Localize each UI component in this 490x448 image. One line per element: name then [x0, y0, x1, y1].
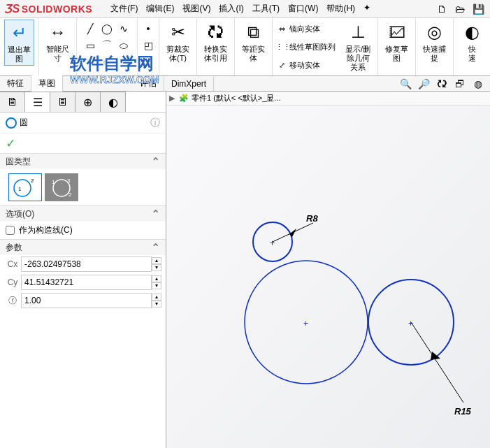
logo-icon: ƷS [4, 2, 20, 15]
dim-manager-tab[interactable]: ⊕ [75, 92, 101, 112]
construction-line-checkbox[interactable] [6, 226, 15, 235]
trim-icon: ✂ [167, 21, 189, 43]
display-manager-tab[interactable]: ◐ [101, 92, 126, 112]
section-header-type[interactable]: 圆类型 ⌃ [0, 154, 166, 169]
move-button[interactable]: ⤢移动实体 [275, 60, 336, 71]
property-manager-tab[interactable]: ☰ [25, 92, 50, 112]
param-cx-input[interactable] [21, 256, 152, 272]
ok-check-icon[interactable]: ✓ [6, 136, 16, 151]
smart-dimension-button[interactable]: ↔ 智能尺 寸 [43, 20, 72, 64]
dimension-line-r15[interactable] [411, 322, 463, 403]
menu-window[interactable]: 窗口(W) [288, 3, 318, 15]
polygon-tool-icon[interactable]: ⬡ [82, 55, 98, 70]
circle-type-options: 21 132 [8, 173, 157, 201]
ribbon-group-convert: 🗘 转换实 体引用 [197, 18, 235, 75]
menu-star-icon[interactable]: ✦ [363, 3, 370, 15]
repair-sketch-button[interactable]: 🗠 修复草 图 [382, 20, 411, 64]
param-cx-row: Cx ▴▾ [0, 255, 166, 273]
spin-down-icon[interactable]: ▾ [152, 282, 161, 289]
spin-up-icon[interactable]: ▴ [152, 257, 161, 264]
menu-help[interactable]: 帮助(H) [326, 3, 355, 15]
tab-dimxpert[interactable]: DimXpert [164, 77, 214, 91]
arc-tool-icon[interactable]: ⌒ [99, 38, 115, 53]
plane-tool-icon[interactable]: ◰ [140, 38, 156, 53]
dimension-text-r8[interactable]: R8 [306, 213, 318, 224]
quick-snap-icon: ◎ [424, 21, 446, 43]
convert-label: 转换实 体引用 [204, 45, 227, 63]
display-style-icon[interactable]: ◍ [470, 76, 486, 92]
display-delete-relations-button[interactable]: ⊥ 显示/删 除几何 关系 [343, 20, 373, 73]
circle-tool-icon[interactable]: ◯ [99, 21, 115, 36]
spin-down-icon[interactable]: ▾ [152, 301, 161, 308]
spin-up-icon[interactable]: ▴ [152, 275, 161, 282]
tab-feature[interactable]: 特征 [0, 75, 31, 92]
convert-button[interactable]: 🗘 转换实 体引用 [201, 20, 230, 64]
menu-edit[interactable]: 编辑(E) [146, 3, 174, 15]
trim-button[interactable]: ✂ 剪裁实 体(T) [164, 20, 192, 64]
param-cy-input[interactable] [21, 275, 152, 290]
center-circle-option[interactable]: 21 [8, 173, 42, 201]
param-r-input[interactable] [21, 293, 152, 308]
spin-up-icon[interactable]: ▴ [152, 294, 161, 301]
menu-file[interactable]: 文件(F) [110, 3, 138, 15]
dimension-text-r15[interactable]: R15 [454, 406, 472, 417]
spin-down-icon[interactable]: ▾ [152, 264, 161, 271]
menu-tools[interactable]: 工具(T) [252, 3, 280, 15]
rotate-icon[interactable]: 🗘 [434, 76, 449, 92]
ribbon-group-pattern: ⇔镜向实体 ⋮⋮线性草图阵列 ⤢移动实体 [273, 18, 338, 75]
param-r-row: ⓡ ▴▾ [0, 291, 166, 310]
view-toolbar: 🔍 🔎 🗘 🗗 ◍ [396, 76, 487, 92]
perimeter-circle-option[interactable]: 132 [45, 173, 78, 201]
section-header-options[interactable]: 选项(O) ⌃ [0, 206, 166, 222]
svg-text:1: 1 [18, 186, 22, 192]
line-tool-icon[interactable]: ╱ [82, 21, 98, 36]
open-doc-icon[interactable]: 🗁 [452, 1, 468, 17]
menu-insert[interactable]: 插入(I) [219, 3, 243, 15]
ribbon: ↵ 退出草 图 ↔ 智能尺 寸 ╱ ◯ ∿ ▭ ⌒ ⬭ ⬡ ⊂ A • ◰ ⌐ [0, 18, 490, 76]
property-manager: 🗎 ☰ 🗏 ⊕ ◐ 圆 ⓘ ✓ 圆类型 ⌃ 21 [0, 92, 166, 448]
ellipse-tool-icon[interactable]: ⬭ [116, 38, 131, 53]
ribbon-group-edit: • ◰ ⌐ [138, 18, 159, 75]
graphics-area[interactable]: ▶ 🧩 零件1 (默认< <默认>_显... + + + R8 R15 [166, 92, 490, 448]
arrowhead-icon [431, 352, 440, 360]
zoom-window-icon[interactable]: 🔎 [416, 76, 431, 92]
tab-evaluate[interactable]: 评估 [133, 75, 164, 92]
mirror-button[interactable]: ⇔镜向实体 [275, 24, 336, 34]
slot-tool-icon[interactable]: ⊂ [99, 55, 115, 70]
fillet-tool-icon[interactable]: ⌐ [140, 55, 156, 70]
cx-spinner: ▴▾ [152, 257, 161, 271]
save-icon[interactable]: 💾 [470, 1, 486, 17]
center-mark-icon: + [408, 319, 413, 328]
tab-sketch[interactable]: 草图 [31, 75, 63, 92]
quick-access-toolbar: 🗋 🗁 💾 [433, 1, 490, 17]
text-tool-icon[interactable]: A [116, 55, 131, 70]
point-tool-icon[interactable]: • [140, 21, 156, 36]
rectangle-tool-icon[interactable]: ▭ [82, 38, 98, 53]
chevron-up-icon: ⌃ [151, 155, 160, 168]
config-manager-tab[interactable]: 🗏 [50, 92, 75, 112]
help-icon[interactable]: ⓘ [150, 117, 160, 129]
cy-spinner: ▴▾ [152, 275, 161, 289]
section-header-params[interactable]: 参数 ⌃ [0, 240, 166, 255]
exit-sketch-button[interactable]: ↵ 退出草 图 [4, 20, 34, 66]
section-view-icon[interactable]: 🗗 [452, 76, 468, 92]
construction-line-option[interactable]: 作为构造线(C) [0, 222, 166, 239]
quick-button[interactable]: ◐ 快 速 [458, 20, 486, 64]
sketch-canvas[interactable]: + + + R8 R15 [166, 106, 490, 448]
manager-tabs: 🗎 ☰ 🗏 ⊕ ◐ [0, 92, 166, 113]
offset-button[interactable]: ⧉ 等距实 体 [239, 20, 268, 64]
spline-tool-icon[interactable]: ∿ [116, 21, 131, 36]
menu-bar: 文件(F) 编辑(E) 视图(V) 插入(I) 工具(T) 窗口(W) 帮助(H… [106, 3, 375, 15]
zoom-fit-icon[interactable]: 🔍 [398, 76, 413, 92]
exit-sketch-label: 退出草 图 [8, 45, 31, 64]
new-doc-icon[interactable]: 🗋 [434, 1, 449, 17]
ribbon-group-sketch: ↵ 退出草 图 [0, 18, 39, 75]
cy-icon: Cy [4, 277, 21, 287]
quick-snap-button[interactable]: ◎ 快速捕 捉 [420, 20, 449, 64]
document-name[interactable]: 零件1 (默认< <默认>_显... [192, 93, 280, 103]
expand-tree-icon[interactable]: ▶ [169, 94, 175, 103]
quick-snap-label: 快速捕 捉 [423, 45, 446, 63]
feature-manager-tab[interactable]: 🗎 [0, 92, 25, 112]
linear-pattern-button[interactable]: ⋮⋮线性草图阵列 [275, 42, 336, 52]
menu-view[interactable]: 视图(V) [182, 3, 210, 15]
